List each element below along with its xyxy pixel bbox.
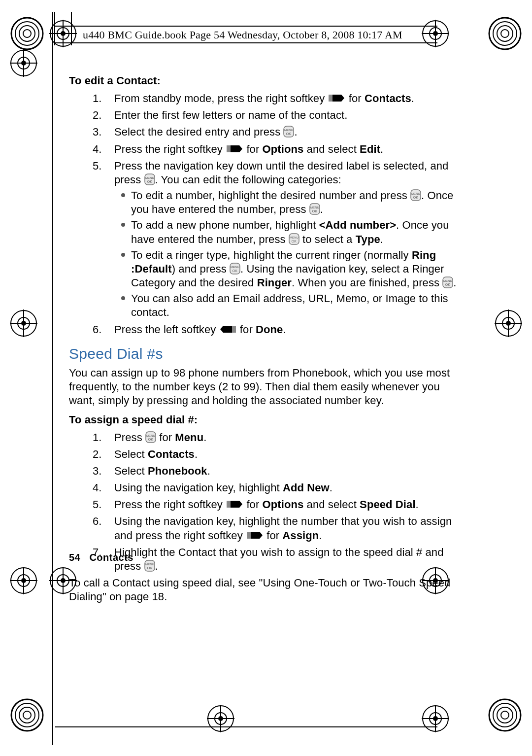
step-text: .: [207, 465, 210, 477]
list-item: 4. Press the right softkey for Options a…: [114, 142, 458, 156]
menu-ok-key-icon: [283, 126, 294, 137]
list-item: To edit a ringer type, highlight the cur…: [121, 248, 458, 290]
step-text: for: [246, 498, 262, 511]
list-item: 1. From standby mode, press the right so…: [114, 92, 458, 105]
list-item: 2. Enter the first few letters or name o…: [114, 108, 458, 122]
emph: Options: [263, 143, 304, 155]
menu-ok-key-icon: [289, 233, 299, 245]
list-item: You can also add an Email address, URL, …: [121, 292, 458, 319]
emph: Contacts: [148, 448, 195, 460]
step-text: Press the right softkey: [114, 498, 226, 511]
list-item: 3. Select the desired entry and press .: [114, 125, 458, 139]
registration-mark-icon: [10, 16, 44, 51]
list-item: 2. Select Contacts.: [114, 447, 458, 461]
subhead-edit-contact: To edit a Contact:: [69, 74, 458, 88]
emph: Assign: [282, 529, 319, 542]
right-softkey-icon: [328, 93, 345, 103]
step-text: Highlight the Contact that you wish to a…: [114, 546, 444, 572]
emph: Contacts: [365, 92, 411, 104]
emph: Type: [356, 233, 380, 245]
step-text: for: [159, 431, 175, 444]
emph: Done: [256, 323, 283, 336]
paragraph: You can assign up to 98 phone numbers fr…: [69, 366, 458, 408]
list-item: 3. Select Phonebook.: [114, 464, 458, 478]
step-text: .: [203, 431, 206, 444]
step-text: Press: [114, 431, 145, 444]
list-item: To edit a number, highlight the desired …: [121, 189, 458, 216]
left-softkey-icon: [219, 324, 237, 335]
emph: Menu: [175, 431, 203, 444]
step-text: .: [330, 481, 332, 494]
bullet-text: To add a new phone number, highlight: [131, 219, 319, 231]
step-text: .: [380, 143, 383, 155]
emph: Ringer: [257, 276, 292, 289]
page: u440 BMC Guide.book Page 54 Wednesday, O…: [0, 0, 532, 756]
page-footer: 54 Contacts: [69, 552, 133, 563]
running-header: u440 BMC Guide.book Page 54 Wednesday, O…: [83, 29, 402, 41]
menu-ok-key-icon: [144, 173, 155, 185]
emph: Edit: [360, 143, 380, 155]
step-text: . You can edit the following categories:: [155, 173, 341, 186]
step-text: and select: [303, 143, 360, 155]
right-softkey-icon: [246, 530, 264, 541]
menu-ok-key-icon: [410, 189, 421, 201]
list-item: 5. Press the right softkey for Options a…: [114, 498, 458, 512]
step-text: for: [349, 92, 365, 104]
bullet-text: ) and press: [172, 263, 230, 275]
crop-target-icon: [422, 705, 449, 732]
step-text: for: [240, 323, 256, 336]
emph: Options: [263, 498, 304, 511]
menu-ok-key-icon: [144, 560, 155, 572]
step-text: From standby mode, press the right softk…: [114, 92, 328, 104]
bullet-text: You can also add an Email address, URL, …: [131, 292, 448, 318]
emph: Add New: [283, 481, 330, 494]
subhead-assign-speed-dial: To assign a speed dial #:: [69, 413, 458, 427]
emph: <Add number>: [319, 219, 396, 231]
bullet-text: .: [453, 276, 456, 289]
step-text: and select: [303, 498, 360, 511]
step-text: .: [195, 448, 198, 460]
step-text: .: [294, 126, 297, 138]
step-text: Using the navigation key, highlight: [114, 481, 283, 494]
menu-ok-key-icon: [230, 263, 240, 275]
registration-mark-icon: [10, 698, 44, 732]
list-item: 6. Using the navigation key, highlight t…: [114, 515, 458, 542]
bullet-text: To edit a number, highlight the desired …: [131, 189, 410, 202]
list-item: 1. Press for Menu.: [114, 431, 458, 445]
crop-target-icon: [49, 20, 77, 47]
right-softkey-icon: [226, 143, 243, 154]
list-item: 6. Press the left softkey for Done.: [114, 323, 458, 337]
bullet-text: To edit a ringer type, highlight the cur…: [131, 249, 412, 261]
bullet-text: .: [320, 203, 323, 215]
bullet-text: . When you are finished, press: [292, 276, 442, 289]
body-content: To edit a Contact: 1. From standby mode,…: [69, 74, 458, 609]
step-text: Press the left softkey: [114, 323, 219, 336]
footer-section: Contacts: [89, 552, 133, 563]
menu-ok-key-icon: [309, 203, 320, 215]
paragraph: To call a Contact using speed dial, see …: [69, 576, 458, 604]
section-title-speed-dial: Speed Dial #s: [69, 344, 458, 363]
step-text: Select: [114, 465, 148, 477]
step-text: .: [411, 92, 414, 104]
step-text: Press the right softkey: [114, 143, 226, 155]
step-text: .: [283, 323, 286, 336]
crop-target-icon: [10, 309, 37, 337]
crop-target-icon: [207, 705, 234, 732]
list-item: 4. Using the navigation key, highlight A…: [114, 481, 458, 495]
step-text: .: [155, 560, 158, 572]
step-text: Select the desired entry and press: [114, 126, 283, 138]
crop-target-icon: [495, 309, 522, 337]
list-item: 5. Press the navigation key down until t…: [114, 159, 458, 320]
step-text: Enter the first few letters or name of t…: [114, 109, 347, 121]
registration-mark-icon: [488, 698, 522, 732]
sub-bullets: To edit a number, highlight the desired …: [121, 189, 458, 319]
step-text: for: [266, 529, 282, 542]
page-number: 54: [69, 552, 80, 563]
emph: Phonebook: [148, 465, 207, 477]
bullet-text: to select a: [299, 233, 356, 245]
step-text: .: [319, 529, 322, 542]
emph: Speed Dial: [360, 498, 415, 511]
list-item: 7. Highlight the Contact that you wish t…: [114, 546, 458, 573]
edit-contact-steps: 1. From standby mode, press the right so…: [69, 92, 458, 337]
right-softkey-icon: [226, 499, 243, 510]
